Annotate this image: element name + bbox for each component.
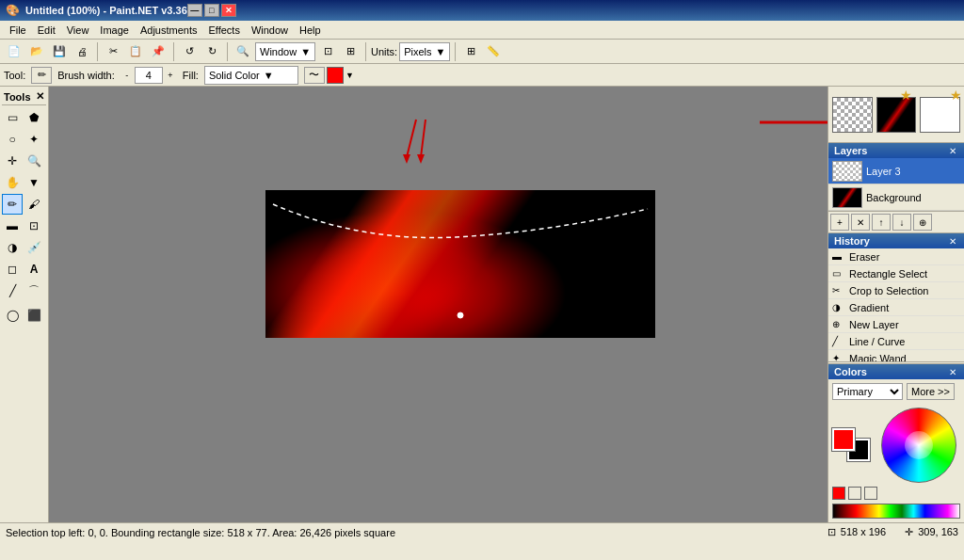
cut-button[interactable]: ✂ <box>103 41 123 62</box>
layers-down-button[interactable]: ↓ <box>892 214 911 231</box>
undo-button[interactable]: ↺ <box>179 41 200 62</box>
blend-mode-button[interactable]: 〜 <box>304 67 325 84</box>
color-swatch-button[interactable] <box>327 67 344 84</box>
svg-line-2 <box>421 120 426 157</box>
colors-mode-dropdown[interactable]: Primary Secondary <box>832 383 903 400</box>
tool-brush[interactable]: 🖌 <box>24 194 44 215</box>
statusbar-left: Selection top left: 0, 0. Bounding recta… <box>6 527 395 538</box>
tool-colorpicker[interactable]: 💉 <box>24 237 44 258</box>
tool-magic-wand[interactable]: ✦ <box>24 129 44 150</box>
history-newlayer1[interactable]: ⊕ New Layer <box>828 316 964 333</box>
history-line[interactable]: ╱ Line / Curve <box>828 333 964 350</box>
print-button[interactable]: 🖨 <box>72 41 92 62</box>
redo-button[interactable]: ↻ <box>201 41 222 62</box>
menu-adjustments[interactable]: Adjustments <box>135 23 203 38</box>
history-crop-icon: ✂ <box>832 285 845 296</box>
history-crop[interactable]: ✂ Crop to Selection <box>828 282 964 299</box>
menu-view[interactable]: View <box>61 23 95 38</box>
history-gradient[interactable]: ◑ Gradient <box>828 299 964 316</box>
paste-button[interactable]: 📌 <box>148 41 169 62</box>
units-dropdown[interactable]: Pixels ▼ <box>399 42 450 61</box>
open-button[interactable]: 📂 <box>26 41 47 62</box>
tool-pencil[interactable]: ✏ <box>2 194 23 215</box>
history-eraser[interactable]: ▬ Eraser <box>828 248 964 265</box>
zoom-out-button[interactable]: 🔍 <box>233 41 253 62</box>
zoom-actual-button[interactable]: ⊞ <box>340 41 361 62</box>
tool-clone[interactable]: ⊡ <box>24 216 44 236</box>
layers-delete-button[interactable]: ✕ <box>851 214 870 231</box>
tool-freeform[interactable]: ⌒ <box>24 280 44 301</box>
layers-panel: Layers ✕ Layer 3 Background + ✕ ↑ <box>828 143 964 233</box>
menu-help[interactable]: Help <box>294 23 327 38</box>
window-dropdown[interactable]: Window ▼ <box>255 42 315 61</box>
color-palette-strip[interactable] <box>832 504 960 519</box>
layer-item-background[interactable]: Background <box>828 184 964 211</box>
menu-window[interactable]: Window <box>246 23 294 38</box>
tool-zoom[interactable]: 🔍 <box>24 151 44 171</box>
layers-up-button[interactable]: ↑ <box>872 214 891 231</box>
color-arrow-button[interactable]: ▼ <box>345 71 354 80</box>
diagonal-stripe <box>265 190 655 338</box>
tool-label: Tool: <box>4 70 25 81</box>
tool-move[interactable]: ✛ <box>2 151 23 171</box>
menu-edit[interactable]: Edit <box>32 23 61 38</box>
zoom-fit-button[interactable]: ⊡ <box>317 41 338 62</box>
layers-close-button[interactable]: ✕ <box>947 146 958 156</box>
units-dropdown-label: Pixels <box>404 46 431 57</box>
tool-shape1[interactable]: ◯ <box>2 305 23 326</box>
colors-more-button[interactable]: More >> <box>907 383 955 400</box>
history-rect-select[interactable]: ▭ Rectangle Select <box>828 265 964 282</box>
menu-effects[interactable]: Effects <box>202 23 245 38</box>
big-arrow-svg <box>755 104 827 141</box>
checker-bg <box>833 98 872 132</box>
canvas-image[interactable] <box>265 190 655 338</box>
history-panel: History ✕ ▬ Eraser ▭ Rectangle Select ✂ … <box>828 233 964 364</box>
canvas-area[interactable] <box>49 87 827 522</box>
primary-color-swatch[interactable] <box>832 428 855 451</box>
swatch-option2[interactable] <box>864 487 877 500</box>
statusbar-right: ⊡ 518 x 196 ✛ 309, 163 <box>827 526 958 538</box>
ruler-button[interactable]: 📏 <box>483 41 504 62</box>
colors-close-button[interactable]: ✕ <box>947 367 958 377</box>
tool-rectangle-select[interactable]: ▭ <box>2 107 23 128</box>
tool-paintbucket[interactable]: ▼ <box>24 172 44 193</box>
layers-merge-button[interactable]: ⊕ <box>913 214 932 231</box>
history-close-button[interactable]: ✕ <box>947 236 958 247</box>
layer-item-layer3[interactable]: Layer 3 <box>828 158 964 184</box>
thumbnail-checker[interactable] <box>832 97 873 133</box>
menu-file[interactable]: File <box>4 23 32 38</box>
maximize-button[interactable]: □ <box>204 4 219 17</box>
brush-width-input[interactable] <box>135 67 163 84</box>
close-button[interactable]: ✕ <box>221 4 236 17</box>
menu-image[interactable]: Image <box>94 23 135 38</box>
tool-gradient[interactable]: ◑ <box>2 237 23 258</box>
tool-shapes[interactable]: ◻ <box>2 259 23 280</box>
tool-shape2[interactable]: ⬛ <box>24 305 44 326</box>
tools-panel-close[interactable]: ✕ <box>36 90 44 103</box>
tool-pan[interactable]: ✋ <box>2 172 23 193</box>
red-small-swatch[interactable] <box>832 487 845 500</box>
history-rectsel-label: Rectangle Select <box>849 268 927 280</box>
tool-lasso[interactable]: ⬟ <box>24 107 44 128</box>
tool-line[interactable]: ╱ <box>2 280 23 301</box>
history-newlayer1-label: New Layer <box>849 319 899 330</box>
minimize-button[interactable]: — <box>187 4 202 17</box>
brush-width-increase[interactable]: + <box>164 67 177 84</box>
layers-add-button[interactable]: + <box>830 214 849 231</box>
menubar: File Edit View Image Adjustments Effects… <box>0 21 964 40</box>
colors-panel: Colors ✕ Primary Secondary More >> <box>828 364 964 522</box>
swatch-option1[interactable] <box>848 487 861 500</box>
grid-button[interactable]: ⊞ <box>460 41 481 62</box>
tool-ellipse[interactable]: ○ <box>2 129 23 150</box>
brush-width-decrease[interactable]: - <box>120 67 134 84</box>
copy-button[interactable]: 📋 <box>125 41 146 62</box>
tool-eraser[interactable]: ▬ <box>2 216 23 236</box>
color-wheel[interactable] <box>881 408 956 483</box>
fill-dropdown[interactable]: Solid Color ▼ <box>204 66 298 85</box>
save-button[interactable]: 💾 <box>49 41 70 62</box>
background-name: Background <box>866 192 922 203</box>
new-button[interactable]: 📄 <box>4 41 24 62</box>
tool-text[interactable]: A <box>24 259 44 280</box>
history-magicwand[interactable]: ✦ Magic Wand <box>828 350 964 361</box>
history-magicwand-label: Magic Wand <box>849 353 907 362</box>
